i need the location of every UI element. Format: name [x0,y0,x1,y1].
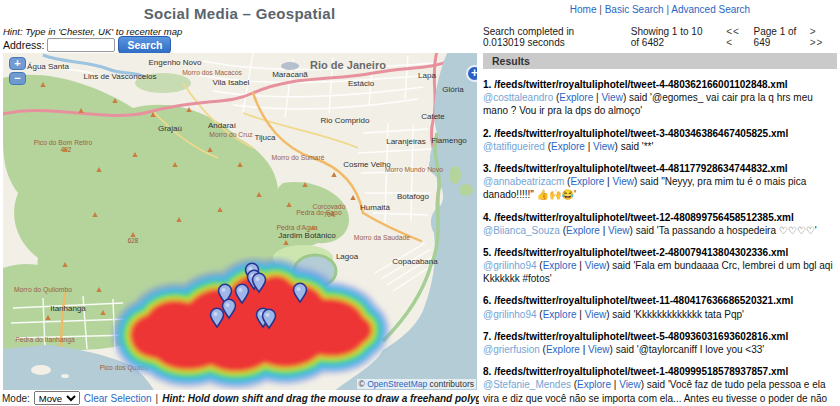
map-label: Catete [421,112,445,121]
mode-select[interactable]: Move [34,391,80,405]
result-path: 1. /feeds/twitter/royaltuliphotel/tweet-… [483,78,837,91]
view-link[interactable]: View [612,176,634,187]
explore-link[interactable]: Explore [577,379,611,390]
result-item: 6. /feeds/twitter/royaltuliphotel/tweet-… [483,294,837,320]
result-body: @grierfusion (Explore | View) said '@tay… [483,343,837,356]
nav-basic-search[interactable]: Basic Search [605,4,664,15]
result-body: @annabeatrizacm (Explore | View) said "N… [483,175,837,201]
result-item: 5. /feeds/twitter/royaltuliphotel/tweet-… [483,246,837,286]
map-label: Pedra do Itanhangá [15,336,75,344]
map-label: Estácio [348,79,375,88]
result-path: 3. /feeds/twitter/royaltuliphotel/tweet-… [483,162,837,175]
search-time: Search completed in 0.013019 seconds [483,26,616,48]
map-label: 704 [324,211,335,218]
heatmap-overlay [130,275,372,371]
osm-link[interactable]: OpenStreetMap [367,379,427,389]
mode-bar: Mode: Move Clear Selection | Hint: Hold … [0,390,479,406]
view-link[interactable]: View [608,225,630,236]
result-username-link[interactable]: @Biianca_Souza [483,225,560,236]
nav-home[interactable]: Home [570,4,597,15]
explore-link[interactable]: Explore [546,344,580,355]
attribution-copyright: © [359,379,365,389]
result-username-link[interactable]: @annabeatrizacm [483,176,564,187]
map-label: Rio Comprido [321,116,370,125]
result-path: 8. /feeds/twitter/royaltuliphotel/tweet-… [483,365,837,378]
address-label: Address: [3,39,44,51]
top-nav: Home | Basic Search | Advanced Search [483,4,837,15]
map-label: Tijuca [254,133,276,142]
map-label: Morro do Sumaré [272,154,325,161]
showing-count: Showing 1 to 10 of 6482 [631,26,713,48]
explore-link[interactable]: Explore [559,92,593,103]
result-message: said 'Ta passando a hospedeira ♡♡♡♡' [636,225,817,236]
map-label: Morro Mundo Novo [385,166,443,173]
map-label: Botafogo [397,192,430,201]
zoom-in-button[interactable]: + [9,57,26,70]
map-label: Rio de Janeiro [310,59,386,71]
result-item: 2. /feeds/twitter/royaltuliphotel/tweet-… [483,127,837,153]
map-label: Jardim Botânico [278,231,336,240]
nav-advanced-search[interactable]: Advanced Search [671,4,750,15]
map-label: 628 [128,237,139,244]
prev-page-button[interactable]: << < [726,26,744,48]
result-body: @tatifigueired (Explore | View) said '**… [483,140,837,153]
result-item: 8. /feeds/twitter/royaltuliphotel/tweet-… [483,365,837,406]
nav-separator: | [666,4,669,15]
view-link[interactable]: View [585,260,607,271]
view-link[interactable]: View [588,344,610,355]
explore-link[interactable]: Explore [566,225,600,236]
search-button[interactable]: Search [118,36,171,54]
explore-link[interactable]: Explore [543,309,577,320]
result-item: 1. /feeds/twitter/royaltuliphotel/tweet-… [483,78,837,118]
map-label: Andaraí [208,121,237,130]
map-panel: Social Media – Geospatial Hint: Type in … [0,0,479,406]
map-svg: Rio de JaneiroÁgua SantaEngenho NovoLins… [3,53,477,390]
map-label: Morro dos Macacos [182,69,242,76]
view-link[interactable]: View [619,379,641,390]
map-label: Lagoa [336,252,359,261]
map-label: Morro do Quilombo [14,286,72,294]
next-page-button[interactable]: > >> [810,26,828,48]
result-message: said '**' [621,141,654,152]
map-label: Itanhangá [50,304,86,313]
view-link[interactable]: View [593,141,615,152]
view-link[interactable]: View [601,92,623,103]
result-item: 3. /feeds/twitter/royaltuliphotel/tweet-… [483,162,837,202]
mode-label: Mode: [2,393,30,404]
map-label: Pico do Bom Retiro [34,139,93,146]
explore-link[interactable]: Explore [570,176,604,187]
map-label: Lapa [418,71,436,80]
map-attribution: © OpenStreetMap contributors [357,379,476,389]
result-username-link[interactable]: @grierfusion [483,344,540,355]
address-input[interactable] [47,38,115,52]
map-label: Laranjeiras [386,137,426,146]
map-label: Grajaú [158,124,182,133]
result-username-link[interactable]: @Stefanie_Mendes [483,379,571,390]
result-item: 7. /feeds/twitter/royaltuliphotel/tweet-… [483,330,837,356]
result-username-link[interactable]: @grilinho94 [483,260,537,271]
map-label: Maracanã [272,70,308,79]
map-label: Água Santa [27,62,69,71]
explore-link[interactable]: Explore [551,141,585,152]
result-username-link[interactable]: @grilinho94 [483,309,537,320]
page-indicator: Page 1 of 649 [754,26,801,48]
result-username-link[interactable]: @tatifigueired [483,141,545,152]
result-item: 4. /feeds/twitter/royaltuliphotel/tweet-… [483,211,837,237]
layer-switcher-button[interactable]: + [466,65,477,82]
result-body: @Stefanie_Mendes (Explore | View) said '… [483,378,837,406]
result-username-link[interactable]: @costtaleandro [483,92,553,103]
result-body: @grilinho94 (Explore | View) said 'Fala … [483,259,837,285]
result-body: @grilinho94 (Explore | View) said 'Kkkkk… [483,308,837,321]
explore-link[interactable]: Explore [543,260,577,271]
map-label: Lins de Vasconcelos [84,72,157,81]
mode-bar-separator: | [156,393,159,404]
polygon-hint: Hint: Hold down shift and drag the mouse… [162,393,479,404]
clear-selection-link[interactable]: Clear Selection [84,393,152,404]
zoom-out-button[interactable]: − [9,72,26,85]
map-canvas[interactable]: Rio de JaneiroÁgua SantaEngenho NovoLins… [3,53,477,390]
result-path: 6. /feeds/twitter/royaltuliphotel/tweet-… [483,294,837,307]
view-link[interactable]: View [585,309,607,320]
map-label: Glória [442,85,464,94]
result-body: @Biianca_Souza (Explore | View) said 'Ta… [483,224,837,237]
status-line: Search completed in 0.013019 seconds Sho… [483,26,837,48]
